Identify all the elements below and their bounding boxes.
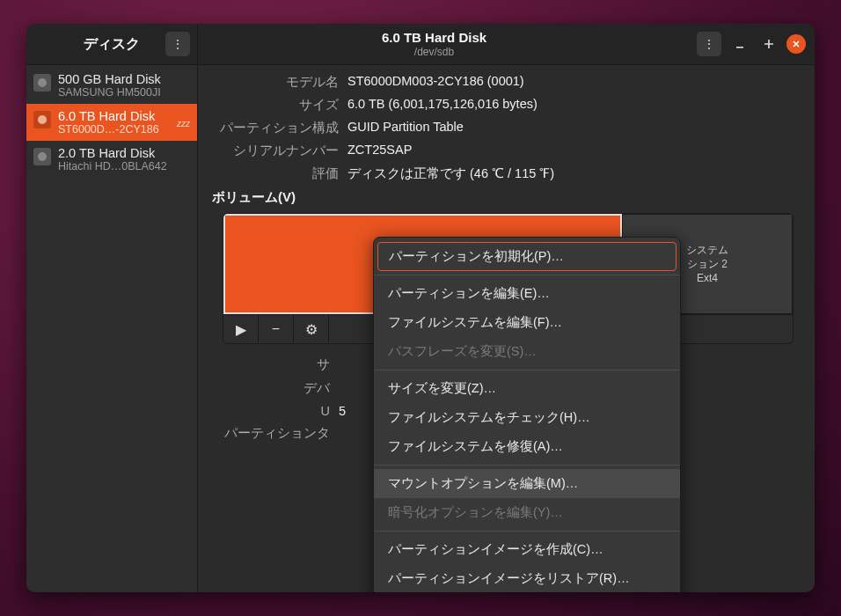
header-title: 6.0 TB Hard Disk <box>382 30 486 45</box>
menu-check-fs[interactable]: ファイルシステムをチェック(H)… <box>374 403 680 432</box>
volume-options-button[interactable]: ⚙ <box>294 315 329 344</box>
titlebar-center: 6.0 TB Hard Disk /dev/sdb <box>198 24 670 64</box>
volumes-title: ボリューム(V) <box>212 189 799 206</box>
menu-format-partition[interactable]: パーティションを初期化(P)… <box>377 242 676 271</box>
app-title: ディスク <box>84 35 140 54</box>
maximize-button[interactable] <box>757 33 779 55</box>
menu-separator <box>374 370 680 370</box>
menu-restore-image[interactable]: パーティションイメージをリストア(R)… <box>374 564 680 592</box>
value-partitioning: GUID Partition Table <box>347 120 799 136</box>
menu-separator <box>374 531 680 532</box>
gear-icon: ⚙ <box>305 321 318 338</box>
sleep-icon: zzz <box>177 114 190 130</box>
menu-separator <box>374 275 680 275</box>
menu-separator <box>374 465 680 466</box>
disk-subtitle: SAMSUNG HM500JI <box>58 86 190 99</box>
app-menu-button[interactable]: ⋮ <box>165 32 190 56</box>
menu-edit-filesystem[interactable]: ファイルシステムを編集(F)… <box>374 308 680 337</box>
header-subtitle: /dev/sdb <box>414 46 454 58</box>
label-assessment: 評価 <box>207 165 347 182</box>
titlebar-left: ディスク ⋮ <box>26 24 198 64</box>
label-device: デバ <box>207 380 339 397</box>
value-serial: ZCT25SAP <box>347 143 799 159</box>
value-size: 6.0 TB (6,001,175,126,016 bytes) <box>347 97 799 114</box>
disk-info-table: モデル名ST6000DM003-2CY186 (0001) サイズ6.0 TB … <box>207 74 799 182</box>
disk-item-1[interactable]: 6.0 TB Hard Disk ST6000D…-2CY186 zzz <box>26 104 197 141</box>
disk-title: 500 GB Hard Disk <box>58 72 190 86</box>
disk-item-2[interactable]: 2.0 TB Hard Disk Hitachi HD…0BLA642 <box>26 141 197 178</box>
menu-edit-mount-options[interactable]: マウントオプションを編集(M)… <box>374 469 680 498</box>
hdd-icon <box>33 74 51 92</box>
label-partitioning: パーティション構成 <box>207 120 347 136</box>
menu-edit-partition[interactable]: パーティションを編集(E)… <box>374 279 680 308</box>
label-size: サイズ <box>207 97 347 114</box>
svg-rect-0 <box>736 47 743 48</box>
disk-subtitle: ST6000D…-2CY186 <box>58 123 170 136</box>
menu-edit-encryption-options: 暗号化オプションを編集(Y)… <box>374 498 680 527</box>
menu-change-passphrase: パスフレーズを変更(S)… <box>374 337 680 366</box>
disk-title: 6.0 TB Hard Disk <box>58 109 170 123</box>
menu-resize[interactable]: サイズを変更(Z)… <box>374 374 680 403</box>
titlebar: ディスク ⋮ 6.0 TB Hard Disk /dev/sdb ⋮ <box>26 24 815 65</box>
disk-item-0[interactable]: 500 GB Hard Disk SAMSUNG HM500JI <box>26 67 197 104</box>
volume-options-menu: パーティションを初期化(P)… パーティションを編集(E)… ファイルシステムを… <box>373 237 681 592</box>
label-model: モデル名 <box>207 74 347 91</box>
menu-repair-fs[interactable]: ファイルシステムを修復(A)… <box>374 432 680 461</box>
label-psize: サ <box>207 356 339 373</box>
play-icon: ▶ <box>236 321 246 338</box>
value-assessment: ディスクは正常です (46 ℃ / 115 ℉) <box>347 165 799 182</box>
svg-line-4 <box>793 41 799 47</box>
hdd-icon <box>33 148 51 165</box>
disks-window: ディスク ⋮ 6.0 TB Hard Disk /dev/sdb ⋮ 500 G… <box>26 24 815 592</box>
hdd-icon <box>33 111 51 128</box>
menu-create-image[interactable]: パーティションイメージを作成(C)… <box>374 535 680 564</box>
value-model: ST6000DM003-2CY186 (0001) <box>347 74 799 91</box>
window-controls: ⋮ <box>670 24 815 64</box>
minimize-button[interactable] <box>728 33 750 55</box>
delete-partition-button[interactable]: − <box>259 315 294 344</box>
svg-line-3 <box>793 41 799 47</box>
vdots-icon: ⋮ <box>703 37 715 51</box>
label-serial: シリアルナンバー <box>207 143 347 159</box>
label-parttype: パーティションタ <box>207 425 339 442</box>
disk-menu-button[interactable]: ⋮ <box>697 32 721 56</box>
disk-title: 2.0 TB Hard Disk <box>58 146 190 160</box>
vdots-icon: ⋮ <box>172 37 184 51</box>
mount-button[interactable]: ▶ <box>223 315 259 344</box>
minus-icon: − <box>272 321 280 337</box>
close-button[interactable] <box>786 34 806 54</box>
disk-subtitle: Hitachi HD…0BLA642 <box>58 160 190 172</box>
label-uuid: U <box>207 404 339 418</box>
sidebar: 500 GB Hard Disk SAMSUNG HM500JI 6.0 TB … <box>26 65 198 592</box>
